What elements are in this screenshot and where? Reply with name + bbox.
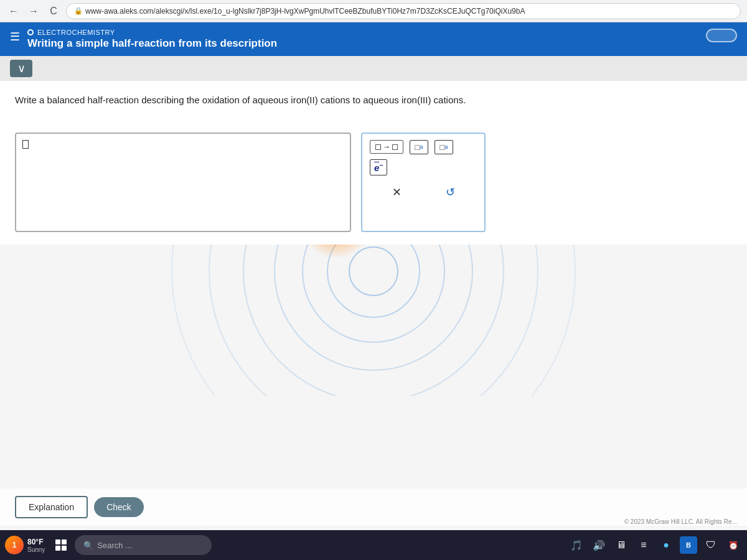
forward-button[interactable]: →: [26, 4, 41, 19]
dropdown-button[interactable]: ∨: [10, 60, 32, 77]
taskbar-search-icon: 🔍: [83, 541, 93, 550]
refresh-button[interactable]: C: [46, 4, 61, 19]
tool-panel: → □a □a e−: [361, 133, 486, 232]
tool-row-1: → □a □a: [370, 140, 477, 154]
header-right: [706, 29, 737, 42]
tool-row-2: e−: [370, 159, 477, 175]
reaction-arrow-button[interactable]: →: [370, 140, 403, 154]
question-area: Write a balanced half-reaction describin…: [0, 81, 747, 133]
header-text-block: ELECTROCHEMISTRY Writing a simple half-r…: [27, 29, 277, 50]
input-section: → □a □a e−: [0, 133, 747, 245]
taskbar-network-icon[interactable]: 🖥: [613, 536, 630, 554]
subscript-button[interactable]: □a: [410, 140, 428, 154]
copyright-text: © 2023 McGraw Hill LLC. All Rights Re...: [624, 518, 737, 525]
subject-dot-icon: [27, 29, 34, 35]
undo-button[interactable]: ↺: [439, 183, 461, 202]
taskbar-system-icons: 🎵 🔊 🖥 ≡ ● B 🛡 ⏰: [568, 536, 742, 554]
tool-action-row: ✕ ↺: [370, 183, 477, 202]
taskbar-settings-icon[interactable]: ≡: [635, 536, 652, 554]
taskbar-file-icon[interactable]: 🎵: [568, 536, 585, 554]
header-title: Writing a simple half-reaction from its …: [27, 37, 277, 50]
browser-chrome: ← → C 🔒 www-awa.aleks.com/alekscgi/x/lsl…: [0, 0, 747, 22]
taskbar: 1 80°F Sunny 🔍 Search ... 🎵 🔊 🖥 ≡: [0, 530, 747, 560]
header-capsule: [706, 29, 737, 42]
chevron-down-icon: ∨: [17, 62, 26, 75]
back-button[interactable]: ←: [6, 4, 21, 19]
taskbar-shield-icon[interactable]: 🛡: [702, 536, 720, 554]
content-wrapper: Write a balanced half-reaction describin…: [0, 81, 747, 245]
weather-description: Sunny: [27, 546, 45, 553]
question-text: Write a balanced half-reaction describin…: [15, 93, 732, 108]
header-subject: ELECTROCHEMISTRY: [27, 29, 277, 36]
text-cursor: [22, 140, 29, 149]
url-text: www-awa.aleks.com/alekscgi/x/lsl.exe/1o_…: [85, 7, 525, 16]
taskbar-app1-icon[interactable]: B: [680, 536, 697, 554]
weather-temperature: 80°F: [27, 538, 43, 546]
taskbar-search-bar[interactable]: 🔍 Search ...: [75, 535, 212, 555]
small-square-left-icon: [375, 144, 381, 150]
weather-widget: 80°F Sunny: [27, 538, 45, 553]
electron-button[interactable]: e−: [370, 159, 387, 175]
clear-button[interactable]: ✕: [386, 183, 408, 202]
taskbar-browser-icon[interactable]: ●: [657, 536, 675, 554]
arrow-icon: →: [383, 142, 390, 151]
start-button[interactable]: [50, 534, 72, 556]
taskbar-speaker-icon[interactable]: 🔊: [590, 536, 608, 554]
dropdown-toggle-bar: ∨: [0, 56, 747, 81]
header-bar: ☰ ELECTROCHEMISTRY Writing a simple half…: [0, 22, 747, 56]
hamburger-button[interactable]: ☰: [10, 29, 20, 44]
taskbar-clock-icon[interactable]: ⏰: [725, 536, 742, 554]
check-button[interactable]: Check: [94, 497, 144, 517]
windows-logo-icon: [55, 539, 67, 551]
small-square-right-icon: [392, 144, 398, 150]
reaction-input-box[interactable]: [15, 133, 351, 232]
main-content: ☰ ELECTROCHEMISTRY Writing a simple half…: [0, 22, 747, 560]
superscript-button[interactable]: □a: [435, 140, 453, 154]
url-bar[interactable]: 🔒 www-awa.aleks.com/alekscgi/x/lsl.exe/1…: [66, 3, 741, 19]
explanation-button[interactable]: Explanation: [15, 496, 88, 518]
taskbar-search-placeholder: Search ...: [97, 541, 132, 550]
lock-icon: 🔒: [74, 7, 83, 15]
weather-icon: 1: [5, 536, 24, 554]
